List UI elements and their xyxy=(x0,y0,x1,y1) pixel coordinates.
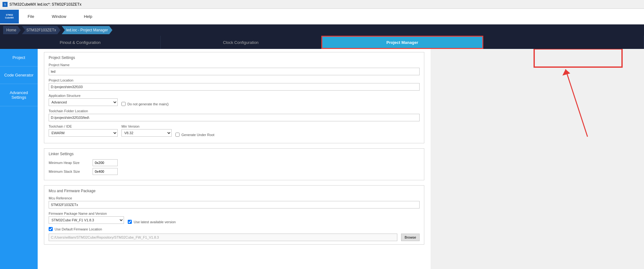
firmware-location-row: Browse xyxy=(49,234,420,241)
use-default-location-checkbox[interactable] xyxy=(49,227,53,231)
menu-items: File Window Help xyxy=(25,13,95,20)
main-layout: Project Code Generator Advanced Settings… xyxy=(0,49,644,269)
mcu-reference-input[interactable] xyxy=(49,201,420,208)
breadcrumb-mcu[interactable]: STM32F103ZETx xyxy=(22,26,61,34)
toolchain-ide-group: Toolchain / IDE EWARM MDK-ARM STM32CubeI… xyxy=(49,124,118,137)
firmware-package-row: Firmware Package Name and Version STM32C… xyxy=(49,212,420,227)
app-structure-select[interactable]: Advanced Basic xyxy=(49,98,118,106)
mcu-firmware-section: Mcu and Firmware Package Mcu Reference F… xyxy=(44,185,424,245)
heap-size-label: Minimum Heap Size xyxy=(49,161,89,165)
breadcrumb-home[interactable]: Home xyxy=(3,26,21,34)
app-structure-label: Application Structure xyxy=(49,94,118,98)
mcu-reference-group: Mcu Reference xyxy=(49,196,420,208)
heap-size-row: Minimum Heap Size xyxy=(49,159,420,166)
breadcrumb-project-manager[interactable]: led.ioc - Project Manager xyxy=(62,26,112,34)
stack-size-label: Minimum Stack Size xyxy=(49,170,89,173)
heap-size-input[interactable] xyxy=(93,159,118,166)
generate-under-root-label: Generate Under Root xyxy=(181,133,214,137)
app-structure-row: Application Structure Advanced Basic Do … xyxy=(49,94,420,109)
app-icon: S xyxy=(3,2,8,7)
min-version-group: Min Version V8.32 V8.30 xyxy=(121,124,172,137)
use-default-location-row: Use Default Firmware Location xyxy=(49,227,420,231)
toolchain-ide-row: Toolchain / IDE EWARM MDK-ARM STM32CubeI… xyxy=(49,124,420,140)
project-settings-section: Project Settings Project Name Project Lo… xyxy=(44,52,424,143)
min-version-select[interactable]: V8.32 V8.30 xyxy=(121,129,172,137)
no-main-checkbox-row: Do not generate the main() xyxy=(121,102,169,106)
min-version-label: Min Version xyxy=(121,124,172,128)
toolchain-folder-label: Toolchain Folder Location xyxy=(49,109,420,113)
logo-text: STM32CubeMX xyxy=(5,14,14,19)
sidebar-item-project[interactable]: Project xyxy=(0,49,38,66)
project-location-label: Project Location xyxy=(49,78,420,82)
browse-button[interactable]: Browse xyxy=(401,234,420,241)
app-logo: STM32CubeMX xyxy=(0,10,19,24)
mcu-reference-label: Mcu Reference xyxy=(49,196,420,200)
title-bar-text: STM32CubeMX led.ioc*: STM32F103ZETx xyxy=(9,2,81,7)
annotation-arrow xyxy=(431,49,644,269)
toolchain-ide-select[interactable]: EWARM MDK-ARM STM32CubeIDE xyxy=(49,129,118,137)
firmware-package-group: Firmware Package Name and Version STM32C… xyxy=(49,212,124,224)
use-latest-label: Use latest available version xyxy=(134,220,176,224)
content-area: Project Settings Project Name Project Lo… xyxy=(38,49,431,269)
sidebar-item-code-generator[interactable]: Code Generator xyxy=(0,66,38,84)
linker-settings-section: Linker Settings Minimum Heap Size Minimu… xyxy=(44,148,424,180)
project-location-group: Project Location xyxy=(49,78,420,91)
menu-file[interactable]: File xyxy=(25,13,37,20)
svg-marker-2 xyxy=(562,69,570,76)
annotation-panel xyxy=(431,49,644,269)
stack-size-row: Minimum Stack Size xyxy=(49,168,420,175)
project-location-input[interactable] xyxy=(49,83,420,91)
menu-window[interactable]: Window xyxy=(49,13,69,20)
linker-settings-title: Linker Settings xyxy=(49,152,420,156)
toolchain-folder-group: Toolchain Folder Location xyxy=(49,109,420,121)
sidebar: Project Code Generator Advanced Settings xyxy=(0,49,38,269)
stack-size-input[interactable] xyxy=(93,168,118,175)
breadcrumb: Home STM32F103ZETx led.ioc - Project Man… xyxy=(0,24,644,36)
tab-project-manager[interactable]: Project Manager xyxy=(321,36,484,49)
use-latest-checkbox[interactable] xyxy=(128,220,132,224)
menu-bar: STM32CubeMX File Window Help xyxy=(0,9,644,24)
sidebar-item-advanced-settings[interactable]: Advanced Settings xyxy=(0,84,38,106)
no-main-checkbox[interactable] xyxy=(121,102,126,106)
svg-rect-0 xyxy=(534,49,622,67)
use-default-location-label: Use Default Firmware Location xyxy=(55,227,102,231)
tab-extra[interactable] xyxy=(483,36,644,49)
use-latest-version-row: Use latest available version xyxy=(128,220,176,224)
tab-bar: Pinout & Configuration Clock Configurati… xyxy=(0,36,644,49)
svg-line-1 xyxy=(566,69,588,137)
app-structure-group: Application Structure Advanced Basic xyxy=(49,94,118,106)
toolchain-ide-label: Toolchain / IDE xyxy=(49,124,118,128)
generate-under-root-row: Generate Under Root xyxy=(175,133,214,137)
firmware-package-label: Firmware Package Name and Version xyxy=(49,212,124,215)
project-name-label: Project Name xyxy=(49,63,420,67)
mcu-firmware-title: Mcu and Firmware Package xyxy=(49,189,420,193)
toolchain-folder-input[interactable] xyxy=(49,114,420,121)
firmware-package-select[interactable]: STM32Cube FW_F1 V1.8.3 xyxy=(49,216,124,224)
tab-clock[interactable]: Clock Configuration xyxy=(161,36,321,49)
no-main-label: Do not generate the main() xyxy=(127,102,169,106)
tab-pinout[interactable]: Pinout & Configuration xyxy=(0,36,161,49)
project-name-input[interactable] xyxy=(49,68,420,75)
project-settings-title: Project Settings xyxy=(49,55,420,60)
firmware-location-input[interactable] xyxy=(49,234,397,241)
generate-under-root-checkbox[interactable] xyxy=(175,133,180,137)
menu-help[interactable]: Help xyxy=(81,13,95,20)
title-bar: S STM32CubeMX led.ioc*: STM32F103ZETx xyxy=(0,0,644,9)
project-name-group: Project Name xyxy=(49,63,420,75)
